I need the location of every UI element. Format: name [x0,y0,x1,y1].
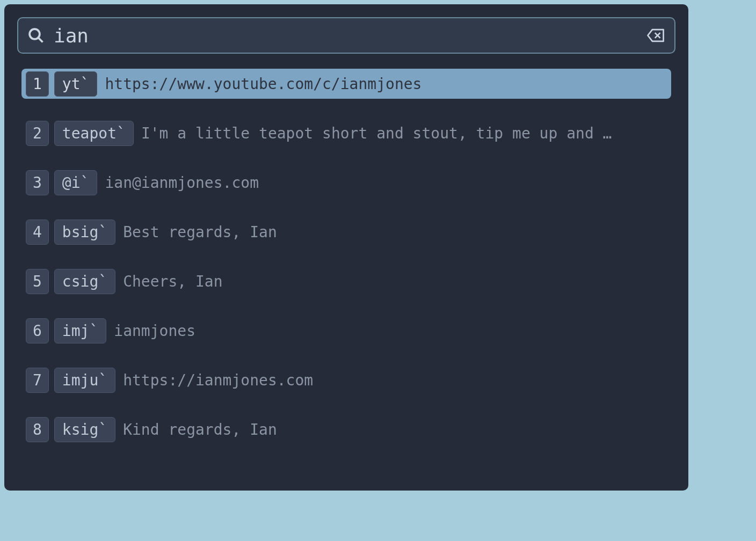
result-number-badge: 7 [26,368,49,393]
result-row[interactable]: 7 imju` https://ianmjones.com [21,365,671,395]
app-window: 1 yt` https://www.youtube.com/c/ianmjone… [4,4,688,491]
result-expansion-text: Best regards, Ian [123,223,667,241]
result-expansion-text: https://ianmjones.com [123,371,667,389]
result-trigger-badge: imj` [54,318,106,343]
result-number-badge: 6 [26,318,49,343]
svg-line-1 [39,38,43,42]
result-expansion-text: I'm a little teapot short and stout, tip… [141,125,667,142]
search-input[interactable] [54,25,646,46]
result-row[interactable]: 5 csig` Cheers, Ian [21,266,671,296]
result-row[interactable]: 2 teapot` I'm a little teapot short and … [21,118,671,148]
result-row[interactable]: 3 @i` ian@ianmjones.com [21,167,671,198]
result-trigger-badge: imju` [54,368,115,393]
result-expansion-text: Kind regards, Ian [123,421,667,438]
result-expansion-text: https://www.youtube.com/c/ianmjones [105,75,667,93]
result-row[interactable]: 1 yt` https://www.youtube.com/c/ianmjone… [21,69,671,99]
result-number-badge: 8 [26,417,49,442]
result-trigger-badge: ksig` [54,417,115,442]
result-number-badge: 2 [26,121,49,146]
backspace-clear-icon[interactable] [646,27,665,43]
result-trigger-badge: bsig` [54,220,115,245]
result-row[interactable]: 8 ksig` Kind regards, Ian [21,414,671,444]
results-list: 1 yt` https://www.youtube.com/c/ianmjone… [17,69,675,444]
result-row[interactable]: 4 bsig` Best regards, Ian [21,217,671,247]
result-expansion-text: ianmjones [114,322,667,340]
result-trigger-badge: @i` [54,170,98,195]
result-expansion-text: Cheers, Ian [123,273,667,290]
result-number-badge: 3 [26,170,49,195]
result-trigger-badge: csig` [54,269,115,294]
result-number-badge: 1 [26,71,49,97]
result-number-badge: 4 [26,220,49,245]
search-icon [28,27,44,43]
search-bar [17,17,675,54]
svg-point-0 [30,29,40,39]
result-trigger-badge: teapot` [54,121,134,146]
result-expansion-text: ian@ianmjones.com [105,174,667,192]
result-number-badge: 5 [26,269,49,294]
result-trigger-badge: yt` [54,71,98,97]
result-row[interactable]: 6 imj` ianmjones [21,316,671,346]
